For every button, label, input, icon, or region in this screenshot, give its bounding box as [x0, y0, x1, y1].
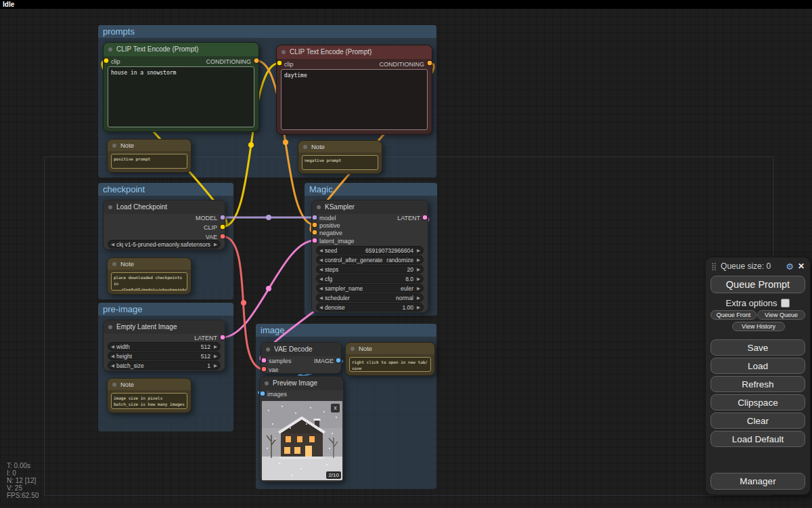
collapse-dot[interactable] — [281, 50, 286, 54]
menu-close-icon[interactable]: ✕ — [798, 261, 805, 271]
note-text[interactable]: positive prompt — [111, 154, 187, 169]
node-title[interactable]: Note — [108, 379, 191, 390]
node-graph-canvas[interactable]: Idle prompts checkpoint Magic pre-image … — [0, 0, 812, 508]
widget-cfg[interactable]: ◀ cfg 8.0 ▶ — [316, 274, 424, 283]
queue-front-button[interactable]: Queue Front — [710, 310, 757, 320]
node-clip-text-encode-positive[interactable]: CLIP Text Encode (Prompt) clip CONDITION… — [103, 42, 259, 132]
stat-line: I: 0 — [7, 469, 39, 477]
node-load-checkpoint[interactable]: Load Checkpoint MODEL CLIP VAE ◀ ckpt_na… — [103, 200, 225, 250]
load-default-button[interactable]: Load Default — [710, 431, 805, 447]
widget-height[interactable]: ◀ height 512 ▶ — [108, 352, 221, 360]
collapse-dot[interactable] — [108, 205, 112, 209]
note-text[interactable]: image size in pixels batch_size is how m… — [111, 393, 187, 409]
node-title[interactable]: Load Checkpoint — [104, 200, 225, 214]
note-text[interactable]: negative prompt — [302, 155, 378, 170]
comfy-menu-panel[interactable]: ⣿ Queue size: 0 ⚙ ✕ Queue Prompt Extra o… — [705, 257, 811, 495]
increment-icon[interactable]: ▶ — [417, 293, 420, 302]
save-button[interactable]: Save — [710, 339, 805, 356]
node-vae-decode[interactable]: VAE Decode samples vae IMAGE — [261, 342, 342, 374]
link-dot[interactable] — [266, 286, 271, 291]
prompt-textarea[interactable]: house in a snowstorm — [108, 66, 254, 127]
node-note-positive[interactable]: Note positive prompt — [107, 139, 191, 173]
view-history-button[interactable]: View History — [732, 322, 785, 331]
decrement-icon[interactable]: ◀ — [319, 284, 323, 293]
drag-handle-icon[interactable]: ⣿ — [711, 262, 717, 271]
increment-icon[interactable]: ▶ — [214, 361, 217, 370]
widget-width[interactable]: ◀ width 512 ▶ — [108, 342, 221, 351]
node-note-negative[interactable]: Note negative prompt — [298, 140, 382, 174]
decrement-icon[interactable]: ◀ — [111, 240, 114, 249]
increment-icon[interactable]: ▶ — [417, 303, 420, 312]
collapse-dot[interactable] — [265, 381, 269, 385]
link-dot[interactable] — [266, 215, 271, 220]
preview-image[interactable]: x 2/10 — [262, 401, 342, 480]
preview-close-button[interactable]: x — [331, 404, 340, 412]
increment-icon[interactable]: ▶ — [417, 255, 420, 264]
increment-icon[interactable]: ▶ — [214, 240, 217, 249]
input-slot-clip: clip — [284, 61, 294, 68]
increment-icon[interactable]: ▶ — [214, 352, 217, 360]
decrement-icon[interactable]: ◀ — [319, 293, 323, 302]
node-title[interactable]: Note — [298, 141, 382, 152]
node-title[interactable]: VAE Decode — [261, 343, 341, 356]
prompt-textarea[interactable]: daytime — [281, 69, 428, 130]
widget-batch-size[interactable]: ◀ batch_size 1 ▶ — [108, 361, 221, 370]
manager-button[interactable]: Manager — [710, 473, 805, 490]
decrement-icon[interactable]: ◀ — [319, 246, 323, 255]
widget-denoise[interactable]: ◀ denoise 1.00 ▶ — [316, 303, 424, 312]
node-note-latent[interactable]: Note image size in pixels batch_size is … — [107, 378, 191, 413]
node-title[interactable]: Note — [108, 258, 191, 270]
collapse-dot[interactable] — [112, 262, 116, 266]
collapse-dot[interactable] — [266, 347, 270, 352]
widget-steps[interactable]: ◀ steps 20 ▶ — [316, 265, 424, 274]
node-title[interactable]: CLIP Text Encode (Prompt) — [104, 43, 258, 56]
collapse-dot[interactable] — [303, 145, 307, 149]
widget-control-after-generate[interactable]: ◀ control_after_generate randomize ▶ — [316, 255, 424, 264]
decrement-icon[interactable]: ◀ — [111, 352, 114, 360]
increment-icon[interactable]: ▶ — [214, 342, 217, 351]
widget-sampler-name[interactable]: ◀ sampler_name euler ▶ — [316, 284, 424, 293]
collapse-dot[interactable] — [112, 383, 116, 387]
decrement-icon[interactable]: ◀ — [319, 255, 323, 264]
note-text[interactable]: right click to open in new tab/ save — [349, 357, 431, 372]
view-queue-button[interactable]: View Queue — [757, 310, 805, 320]
decrement-icon[interactable]: ◀ — [319, 274, 323, 283]
collapse-dot[interactable] — [108, 47, 112, 51]
collapse-dot[interactable] — [351, 347, 355, 351]
widget-scheduler[interactable]: ◀ scheduler normal ▶ — [316, 293, 424, 302]
increment-icon[interactable]: ▶ — [417, 265, 420, 274]
node-title[interactable]: Empty Latent Image — [104, 320, 225, 334]
node-title[interactable]: Note — [108, 140, 191, 151]
node-clip-text-encode-negative[interactable]: CLIP Text Encode (Prompt) clip CONDITION… — [276, 45, 432, 135]
node-title[interactable]: Preview Image — [260, 377, 343, 390]
note-text[interactable]: place downloaded checkpoints in .../Comf… — [111, 272, 187, 291]
widget-seed[interactable]: ◀ seed 659190732966604 ▶ — [316, 246, 424, 255]
decrement-icon[interactable]: ◀ — [111, 342, 114, 351]
node-title[interactable]: KSampler — [312, 200, 428, 214]
decrement-icon[interactable]: ◀ — [319, 303, 323, 312]
increment-icon[interactable]: ▶ — [417, 284, 420, 293]
queue-prompt-button[interactable]: Queue Prompt — [710, 276, 805, 293]
widget-ckpt-name[interactable]: ◀ ckpt_name v1-5-pruned-emaonly.safetens… — [108, 240, 221, 249]
node-title[interactable]: Note — [346, 343, 434, 354]
clear-button[interactable]: Clear — [710, 412, 805, 429]
clipspace-button[interactable]: Clipspace — [710, 394, 805, 410]
refresh-button[interactable]: Refresh — [710, 376, 805, 392]
settings-gear-icon[interactable]: ⚙ — [786, 261, 794, 272]
node-title[interactable]: CLIP Text Encode (Prompt) — [277, 45, 432, 59]
decrement-icon[interactable]: ◀ — [319, 265, 323, 274]
node-preview-image[interactable]: Preview Image images — [259, 376, 344, 482]
decrement-icon[interactable]: ◀ — [111, 361, 114, 370]
increment-icon[interactable]: ▶ — [417, 246, 420, 255]
collapse-dot[interactable] — [108, 325, 112, 329]
node-empty-latent-image[interactable]: Empty Latent Image LATENT ◀ width 512 ▶ … — [103, 320, 225, 371]
increment-icon[interactable]: ▶ — [417, 274, 420, 283]
node-note-checkpoint[interactable]: Note place downloaded checkpoints in ...… — [107, 257, 191, 295]
collapse-dot[interactable] — [112, 144, 116, 148]
node-note-image[interactable]: Note right click to open in new tab/ sav… — [345, 342, 435, 376]
extra-options-checkbox[interactable] — [781, 299, 790, 308]
link-dot[interactable] — [241, 300, 246, 305]
load-button[interactable]: Load — [710, 358, 805, 374]
collapse-dot[interactable] — [317, 205, 321, 209]
node-ksampler[interactable]: KSampler model positive negative latent_… — [311, 200, 428, 313]
